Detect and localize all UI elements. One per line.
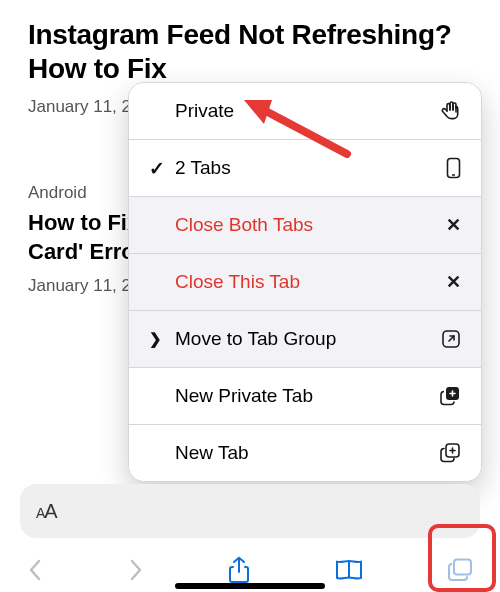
menu-close-both-label: Close Both Tabs: [175, 214, 433, 236]
reader-aa-icon[interactable]: AA: [36, 500, 57, 523]
menu-move-group[interactable]: Move to Tab Group: [129, 310, 481, 367]
back-button[interactable]: [26, 557, 44, 583]
menu-close-this-label: Close This Tab: [175, 271, 433, 293]
close-icon: ✕: [433, 214, 461, 236]
annotation-highlight-box: [428, 524, 496, 592]
aa-large: A: [44, 500, 56, 522]
bookmarks-button[interactable]: [334, 558, 364, 582]
open-external-icon: [433, 329, 461, 349]
article-headline[interactable]: Instagram Feed Not Refreshing? How to Fi…: [28, 18, 472, 85]
tab-group-menu: Private 2 Tabs Close Both Tabs: [128, 82, 482, 482]
menu-move-label: Move to Tab Group: [175, 328, 433, 350]
menu-new-tab[interactable]: New Tab: [129, 424, 481, 481]
menu-new-private-label: New Private Tab: [175, 385, 433, 407]
menu-new-tab-label: New Tab: [175, 442, 433, 464]
checkmark-icon: [149, 157, 175, 180]
forward-button[interactable]: [127, 557, 145, 583]
close-icon: ✕: [433, 271, 461, 293]
menu-close-this[interactable]: Close This Tab ✕: [129, 253, 481, 310]
new-private-tab-icon: [433, 385, 461, 407]
hand-icon: [433, 100, 461, 122]
menu-close-both[interactable]: Close Both Tabs ✕: [129, 196, 481, 253]
url-bar[interactable]: AA: [20, 484, 480, 538]
chevron-right-icon: [149, 330, 175, 348]
menu-private[interactable]: Private: [129, 83, 481, 139]
new-tab-icon: [433, 442, 461, 464]
phone-icon: [433, 157, 461, 179]
menu-new-private-tab[interactable]: New Private Tab: [129, 367, 481, 424]
home-indicator: [175, 583, 325, 589]
menu-tabs-label: 2 Tabs: [175, 157, 433, 179]
share-button[interactable]: [227, 556, 251, 584]
menu-tabs-count[interactable]: 2 Tabs: [129, 139, 481, 196]
menu-private-label: Private: [175, 100, 433, 122]
